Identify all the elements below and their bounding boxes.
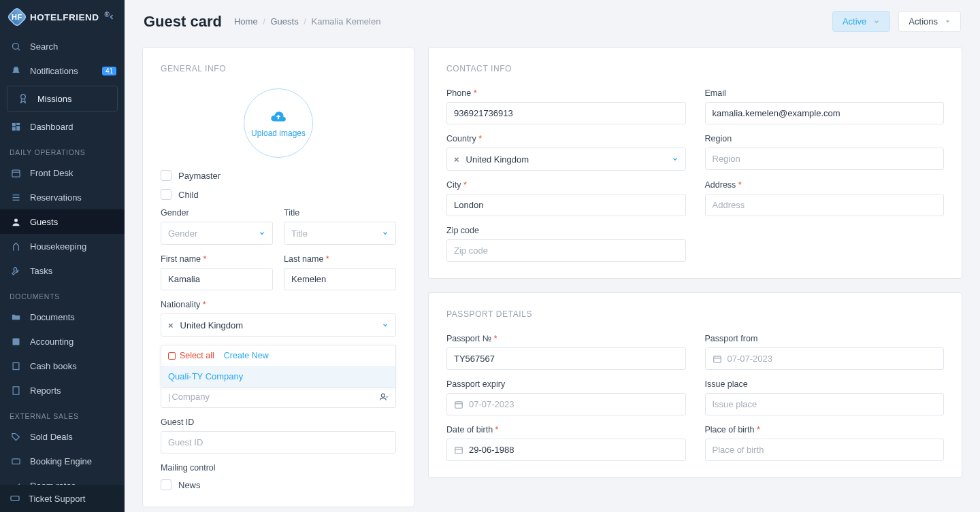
- nav-housekeeping[interactable]: Housekeeping: [0, 234, 125, 258]
- email-input[interactable]: [705, 102, 945, 124]
- issue-place-input[interactable]: [705, 393, 945, 415]
- nav-reservations[interactable]: Reservations: [0, 185, 125, 209]
- nav-reports[interactable]: Reports: [0, 378, 125, 403]
- child-checkbox[interactable]: Child: [161, 189, 396, 200]
- report-icon: [10, 384, 22, 396]
- address-input[interactable]: [705, 194, 945, 216]
- zip-input[interactable]: [446, 239, 686, 262]
- contact-info-card: CONTACT INFO Phone * Email: [428, 47, 962, 279]
- city-input[interactable]: [446, 194, 686, 216]
- company-picker-icon[interactable]: [378, 392, 389, 402]
- nav-accounting[interactable]: Accounting: [0, 329, 125, 354]
- nav-booking-engine[interactable]: Booking Engine: [0, 449, 125, 473]
- clear-nationality-icon[interactable]: ×: [168, 320, 174, 330]
- svg-rect-4: [16, 122, 20, 124]
- search-icon: [10, 40, 22, 52]
- gender-label: Gender: [161, 208, 273, 218]
- gender-select[interactable]: Gender: [161, 222, 273, 245]
- svg-point-19: [381, 394, 385, 397]
- nav-front-desk[interactable]: Front Desk: [0, 160, 125, 185]
- create-new-link[interactable]: Create New: [224, 351, 269, 360]
- list-icon: [10, 191, 22, 203]
- passport-details-heading: PASSPORT DETAILS: [446, 309, 944, 319]
- missions-icon: [17, 92, 29, 105]
- nav-ticket-support[interactable]: Ticket Support: [0, 485, 125, 512]
- svg-marker-18: [946, 20, 949, 22]
- nav-cashbooks[interactable]: Cash books: [0, 354, 125, 378]
- region-input[interactable]: [705, 148, 945, 170]
- nationality-select[interactable]: × United Kingdom: [161, 313, 396, 337]
- nav-missions[interactable]: Missions: [7, 86, 118, 112]
- topbar: Guest card Home / Guests / Kamalia Kemel…: [125, 0, 980, 35]
- upload-images[interactable]: Upload images: [244, 88, 313, 158]
- dob-label: Date of birth *: [446, 425, 686, 434]
- wrench-icon: [10, 264, 22, 277]
- booking-icon: [10, 455, 22, 467]
- notifications-badge: 41: [102, 67, 116, 75]
- svg-line-1: [18, 48, 20, 50]
- news-checkbox[interactable]: News: [161, 479, 396, 490]
- passport-from-input[interactable]: 07-07-2023: [705, 347, 945, 370]
- address-label: Address *: [705, 180, 945, 190]
- breadcrumb: Home / Guests / Kamalia Kemelen: [234, 16, 381, 27]
- status-active-button[interactable]: Active: [832, 11, 890, 32]
- svg-rect-16: [12, 458, 19, 464]
- nav-guests[interactable]: Guests: [0, 209, 125, 234]
- pob-input[interactable]: [705, 439, 945, 461]
- page-title: Guest card: [144, 13, 222, 31]
- svg-rect-13: [12, 338, 19, 345]
- nav-sold-deals[interactable]: Sold Deals: [0, 424, 125, 449]
- clear-country-icon[interactable]: ×: [454, 154, 459, 165]
- checkbox-icon: [161, 479, 172, 490]
- brand[interactable]: HF HOTELFRIEND ®: [0, 0, 125, 31]
- caret-down-icon: [945, 18, 951, 24]
- actions-button[interactable]: Actions: [898, 11, 961, 32]
- calendar-icon: [10, 167, 22, 179]
- folder-icon: [10, 311, 22, 323]
- company-option[interactable]: Quali-TY Company: [161, 366, 395, 387]
- nav-documents[interactable]: Documents: [0, 305, 125, 329]
- svg-rect-5: [16, 126, 20, 131]
- svg-rect-7: [12, 170, 19, 177]
- nav-notifications[interactable]: Notifications 41: [0, 58, 125, 83]
- dashboard-icon: [10, 120, 22, 133]
- first-name-label: First name *: [161, 254, 273, 264]
- first-name-input[interactable]: [161, 268, 273, 290]
- paymaster-checkbox[interactable]: Paymaster: [161, 170, 396, 181]
- crumb-home[interactable]: Home: [234, 16, 258, 27]
- city-label: City *: [446, 180, 686, 190]
- nav-room-rates[interactable]: Room rates: [0, 473, 125, 485]
- svg-rect-6: [12, 127, 15, 131]
- svg-point-12: [14, 218, 18, 222]
- select-all-link[interactable]: Select all: [168, 351, 214, 360]
- svg-rect-22: [455, 401, 463, 407]
- region-label: Region: [705, 134, 945, 143]
- zip-label: Zip code: [446, 226, 686, 235]
- last-name-input[interactable]: [284, 268, 396, 290]
- company-input[interactable]: |: [161, 386, 396, 408]
- dob-input[interactable]: 29-06-1988: [446, 439, 686, 461]
- collapse-sidebar-icon[interactable]: [105, 11, 118, 23]
- upload-icon: [270, 108, 287, 126]
- calendar-icon: [713, 354, 722, 364]
- title-select[interactable]: Title: [284, 222, 396, 245]
- guest-id-input[interactable]: [161, 431, 396, 454]
- nav-tasks[interactable]: Tasks: [0, 258, 125, 283]
- svg-rect-17: [11, 496, 19, 501]
- passport-expiry-input[interactable]: 07-07-2023: [446, 393, 686, 415]
- nav-section-daily: DAILY OPERATIONS: [0, 139, 125, 160]
- general-info-card: GENERAL INFO Upload images Paymaster Chi…: [142, 47, 414, 507]
- svg-rect-20: [713, 356, 721, 362]
- calendar-icon: [454, 400, 463, 409]
- nav-dashboard[interactable]: Dashboard: [0, 114, 125, 139]
- crumb-guests[interactable]: Guests: [271, 16, 299, 27]
- passport-num-input[interactable]: [446, 347, 686, 370]
- country-select[interactable]: × United Kingdom: [446, 148, 686, 171]
- housekeeping-icon: [10, 240, 22, 252]
- country-label: Country *: [446, 134, 686, 143]
- svg-point-0: [12, 43, 18, 49]
- svg-rect-14: [13, 362, 19, 369]
- phone-input[interactable]: [446, 102, 686, 124]
- nav-search[interactable]: Search: [0, 34, 125, 58]
- svg-point-2: [21, 95, 26, 99]
